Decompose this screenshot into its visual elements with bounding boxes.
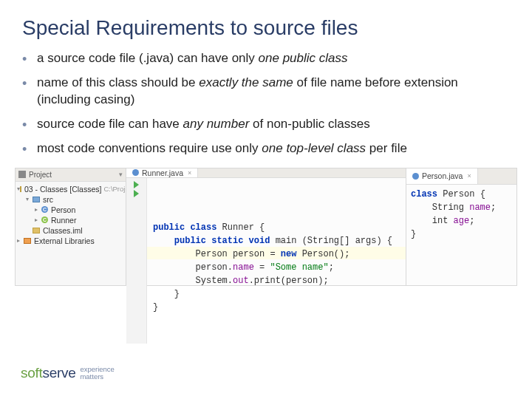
editor-tabs-right: Person.java× <box>406 168 516 185</box>
project-tree: ▾03 - Classes [Classes] C:\Projects\ITA\… <box>16 182 126 248</box>
editor-tabs: Runner.java× <box>126 168 406 178</box>
bullet-item: source code file can have any number of … <box>34 116 510 133</box>
editor-person: Person.java× class Person { String name;… <box>406 168 516 285</box>
run-icon[interactable] <box>134 190 139 197</box>
project-panel: Project ▾ ▾03 - Classes [Classes] C:\Pro… <box>16 168 126 285</box>
library-icon <box>24 238 31 244</box>
folder-icon <box>33 197 40 202</box>
code-runner[interactable]: public class Runner { public static void… <box>147 178 406 344</box>
class-icon: C <box>41 206 48 213</box>
java-file-icon <box>412 173 419 180</box>
run-icon[interactable] <box>134 181 139 188</box>
tree-root[interactable]: ▾03 - Classes [Classes] C:\Projects\ITA\… <box>17 184 124 194</box>
bullet-item: name of this class should be exactly the… <box>34 75 510 109</box>
runnable-class-icon: C <box>41 216 48 223</box>
project-header[interactable]: Project ▾ <box>16 168 126 182</box>
close-icon[interactable]: × <box>467 172 471 180</box>
folder-icon <box>20 186 21 192</box>
gutter <box>126 178 147 344</box>
tab-person[interactable]: Person.java× <box>406 168 478 184</box>
tree-item-runner[interactable]: ▸CRunner <box>17 215 124 225</box>
chevron-down-icon: ▾ <box>119 171 123 178</box>
close-icon[interactable]: × <box>188 169 191 177</box>
tab-runner[interactable]: Runner.java× <box>126 168 198 177</box>
ide-screenshot: Project ▾ ▾03 - Classes [Classes] C:\Pro… <box>15 168 517 286</box>
editor-runner: Runner.java× public class Runner { publi… <box>126 168 406 285</box>
tree-src[interactable]: ▾src <box>17 194 124 205</box>
logo-tagline: experiencematters <box>80 366 114 381</box>
page-title: Special Requirements to source files <box>0 0 532 50</box>
project-icon <box>18 171 26 178</box>
java-file-icon <box>132 169 139 176</box>
file-icon <box>33 228 40 233</box>
bullet-item: most code conventions require use only o… <box>34 140 510 157</box>
project-label: Project <box>29 171 52 179</box>
tree-item-iml[interactable]: Classes.iml <box>17 225 124 236</box>
logo-text: softserve <box>21 365 75 381</box>
bullet-list: a source code file (.java) can have only… <box>0 50 532 157</box>
bullet-item: a source code file (.java) can have only… <box>34 50 510 67</box>
tree-external-libs[interactable]: ▸External Libraries <box>17 236 124 246</box>
code-person[interactable]: class Person { String name; int age; } <box>406 185 516 244</box>
tree-item-person[interactable]: ▸CPerson <box>17 205 124 215</box>
footer-logo: softserve experiencematters <box>21 361 115 386</box>
